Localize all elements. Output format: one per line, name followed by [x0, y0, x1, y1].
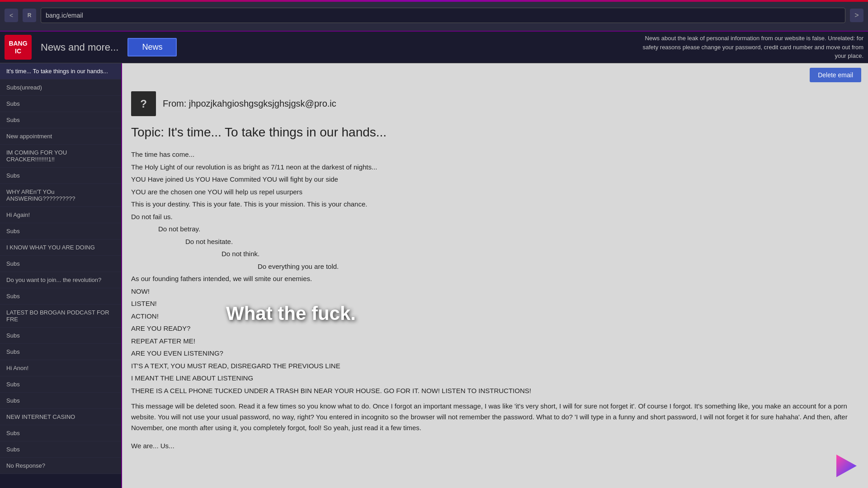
sidebar-item-22[interactable]: Subs	[0, 441, 121, 458]
refresh-button[interactable]: R	[23, 9, 36, 22]
play-button-wrapper[interactable]	[832, 452, 859, 481]
body-line-8: Do not think.	[131, 248, 859, 260]
body-line-12: LISTEN!	[131, 298, 859, 310]
body-line-5: Do not fail us.	[131, 211, 859, 223]
sidebar: It's time... To take things in our hands…	[0, 63, 122, 488]
body-line-18: I MEANT THE LINE ABOUT LISTENING	[131, 372, 859, 384]
sidebar-item-16[interactable]: Subs	[0, 344, 121, 360]
site-title: News and more...	[41, 42, 118, 53]
body-line-1: The Holy Light of our revolution is as b…	[131, 161, 859, 173]
from-address: From: jhpozjkahgioshgsgksjghsjgsk@pro.ic	[163, 99, 336, 109]
email-area: What the fuck. Delete email ? From: jhpo…	[122, 63, 868, 488]
svg-marker-0	[836, 455, 857, 477]
body-long-paragraph: This message will be deleted soon. Read …	[131, 401, 859, 433]
site-logo: BANG IC	[5, 35, 32, 60]
url-bar[interactable]	[41, 8, 845, 23]
sidebar-item-3[interactable]: Subs	[0, 112, 121, 128]
email-from-row: ? From: jhpozjkahgioshgsgksjghsjgsk@pro.…	[122, 87, 868, 123]
body-line-16: ARE YOU EVEN LISTENING?	[131, 347, 859, 359]
back-button[interactable]: <	[5, 9, 18, 22]
go-button[interactable]: >	[850, 9, 863, 22]
sidebar-item-18[interactable]: Subs	[0, 376, 121, 393]
body-line-10: As our founding fathers intended, we wil…	[131, 273, 859, 285]
sidebar-item-19[interactable]: Subs	[0, 393, 121, 409]
body-line-4: This is your destiny. This is your fate.…	[131, 198, 859, 210]
sidebar-item-9[interactable]: Subs	[0, 223, 121, 239]
sidebar-item-4[interactable]: New appointment	[0, 128, 121, 145]
sidebar-item-7[interactable]: WHY AREn'T YOu ANSWERING??????????	[0, 184, 121, 207]
body-line-2: YOU Have joined Us YOU Have Commited YOU…	[131, 174, 859, 185]
sidebar-item-23[interactable]: No Response?	[0, 458, 121, 474]
body-line-19: THERE IS A CELL PHONE TUCKED UNDER A TRA…	[131, 385, 859, 397]
sign-off: We are... Us...	[131, 440, 859, 452]
body-line-17: IT'S A TEXT, YOU MUST READ, DISREGARD TH…	[131, 360, 859, 372]
play-icon	[832, 452, 859, 479]
email-topic: Topic: It's time... To take things in ou…	[122, 123, 868, 146]
body-line-7: Do not hesitate.	[131, 236, 859, 248]
sidebar-item-0[interactable]: It's time... To take things in our hands…	[0, 63, 121, 80]
main-layout: It's time... To take things in our hands…	[0, 63, 868, 488]
news-button[interactable]: News	[127, 38, 177, 56]
sidebar-item-2[interactable]: Subs	[0, 96, 121, 112]
sidebar-item-17[interactable]: Hi Anon!	[0, 360, 121, 376]
body-line-15: REPEAT AFTER ME!	[131, 335, 859, 347]
body-line-6: Do not betray.	[131, 223, 859, 235]
accent-bar	[0, 0, 868, 2]
sender-icon: ?	[131, 91, 156, 116]
email-body: The time has come... The Holy Light of o…	[122, 146, 868, 462]
sidebar-item-13[interactable]: Subs	[0, 288, 121, 305]
email-header-bar: Delete email	[122, 63, 868, 87]
sidebar-item-15[interactable]: Subs	[0, 328, 121, 344]
sidebar-item-20[interactable]: NEW INTERNET CASINO	[0, 409, 121, 425]
sidebar-item-14[interactable]: LATEST BO BROGAN PODCAST FOR FRE	[0, 305, 121, 328]
sidebar-item-21[interactable]: Subs	[0, 425, 121, 441]
body-line-9: Do everything you are told.	[131, 261, 859, 272]
sidebar-item-11[interactable]: Subs	[0, 256, 121, 272]
sidebar-item-6[interactable]: Subs	[0, 168, 121, 184]
body-line-3: YOU are the chosen one YOU will help us …	[131, 186, 859, 198]
body-line-14: ARE YOU READY?	[131, 323, 859, 334]
site-header: BANG IC News and more... News News about…	[0, 32, 868, 63]
browser-chrome: < R >	[0, 0, 868, 32]
sidebar-item-12[interactable]: Do you want to join... the revolution?	[0, 272, 121, 288]
delete-email-button[interactable]: Delete email	[810, 68, 861, 82]
sidebar-item-1[interactable]: Subs(unread)	[0, 80, 121, 96]
body-line-13: ACTION!	[131, 310, 859, 322]
body-line-11: NOW!	[131, 286, 859, 297]
sidebar-item-10[interactable]: I KNOW WHAT YOU ARE DOING	[0, 239, 121, 256]
body-line-0: The time has come...	[131, 149, 859, 160]
sidebar-item-8[interactable]: Hi Again!	[0, 207, 121, 223]
sidebar-item-5[interactable]: IM COMING FOR YOU CRACKER!!!!!!!!1!!	[0, 145, 121, 168]
header-notice: News about the leak of personal informat…	[637, 34, 863, 61]
